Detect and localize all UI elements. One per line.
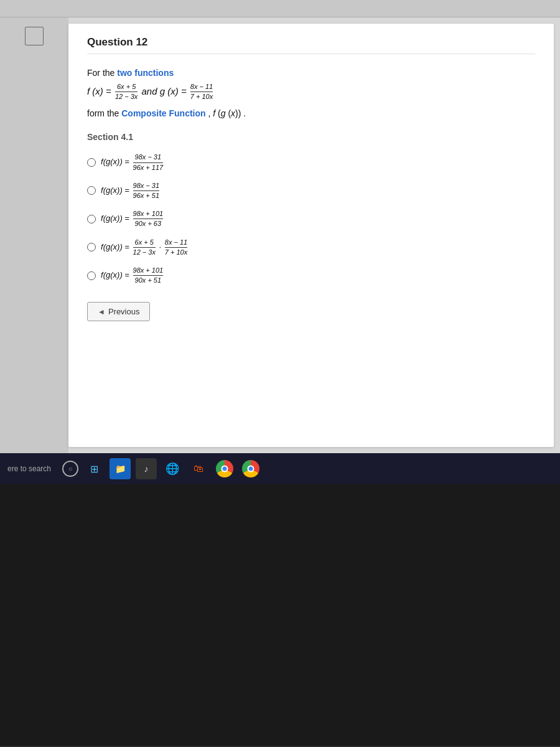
- file-icon-glyph: 📁: [115, 464, 126, 474]
- option-2-text: f(g(x)) = 98x − 31 96x + 51: [101, 182, 161, 200]
- opt1-den: 96x + 117: [133, 163, 164, 172]
- taskbar: ere to search ○ ⊞ 📁 ♪ 🌐 🛍: [0, 453, 560, 484]
- opt5-num: 98x + 101: [133, 266, 164, 276]
- composite-function-highlight: Composite Function: [121, 108, 205, 118]
- previous-button-label: Previous: [108, 307, 140, 316]
- and-label: and: [142, 86, 160, 96]
- g-of-x-label: g (x) =: [160, 86, 189, 96]
- opt4b-num: 8x − 11: [165, 238, 187, 248]
- option-1-radio[interactable]: [87, 158, 96, 167]
- sidebar-icon-1: [25, 27, 44, 45]
- function-display: f (x) = 6x + 5 12 − 3x and g (x) = 8x − …: [87, 83, 535, 101]
- f-numerator: 6x + 5: [115, 83, 138, 92]
- opt5-den: 90x + 51: [135, 276, 162, 284]
- g-fraction: 8x − 11 7 + 10x: [190, 83, 213, 101]
- option-5-row[interactable]: f(g(x)) = 98x + 101 90x + 51: [87, 266, 535, 284]
- option-2-radio[interactable]: [87, 186, 96, 195]
- option-3-text: f(g(x)) = 98x + 101 90x + 63: [101, 210, 164, 228]
- store-icon[interactable]: 🛍: [188, 458, 209, 479]
- previous-button[interactable]: ◄ Previous: [87, 302, 150, 321]
- opt4b-den: 7 + 10x: [165, 248, 187, 256]
- os-top-bar: [0, 0, 560, 17]
- option-4-radio[interactable]: [87, 243, 96, 251]
- file-explorer-icon[interactable]: 📁: [110, 458, 131, 479]
- g-numerator: 8x − 11: [190, 83, 213, 92]
- edge-icon[interactable]: 🌐: [162, 458, 183, 479]
- store-glyph: 🛍: [194, 463, 203, 474]
- chrome-icon[interactable]: [214, 458, 235, 479]
- opt3-den: 90x + 63: [135, 219, 162, 228]
- search-area-text: ere to search: [7, 464, 51, 473]
- search-circle-label: ○: [68, 465, 73, 472]
- chrome-inner-circle: [222, 466, 228, 472]
- answer-options: f(g(x)) = 98x − 31 96x + 117 f(g(x)) = 9…: [87, 153, 535, 284]
- main-content-area: Question 12 For the two functions f (x) …: [0, 17, 560, 453]
- opt4a-den: 12 − 3x: [133, 248, 156, 256]
- previous-arrow-icon: ◄: [98, 308, 105, 316]
- form-the-label: form the: [87, 108, 121, 118]
- option-4-row[interactable]: f(g(x)) = 6x + 5 12 − 3x · 8x − 11 7 + 1…: [87, 238, 535, 256]
- option-1-row[interactable]: f(g(x)) = 98x − 31 96x + 117: [87, 153, 535, 171]
- prompt-text: For the two functions: [87, 68, 535, 78]
- opt2-den: 96x + 51: [133, 191, 160, 200]
- g-denominator: 7 + 10x: [190, 92, 213, 101]
- music-glyph: ♪: [144, 464, 149, 474]
- composite-expr: f (g (x)) .: [213, 108, 246, 118]
- section-label: Section 4.1: [87, 132, 535, 142]
- edge-glyph: 🌐: [166, 462, 179, 476]
- opt1-num: 98x − 31: [133, 153, 164, 162]
- chrome-2-inner: [248, 466, 254, 472]
- opt2-num: 98x − 31: [133, 182, 160, 191]
- opt4a-num: 6x + 5: [133, 238, 156, 248]
- option-3-radio[interactable]: [87, 215, 96, 223]
- question-card: Question 12 For the two functions f (x) …: [68, 24, 554, 447]
- f-fraction: 6x + 5 12 − 3x: [115, 83, 138, 101]
- option-2-row[interactable]: f(g(x)) = 98x − 31 96x + 51: [87, 182, 535, 200]
- question-title: Question 12: [87, 36, 535, 54]
- music-icon[interactable]: ♪: [136, 458, 157, 479]
- option-1-text: f(g(x)) = 98x − 31 96x + 117: [101, 153, 164, 171]
- chrome-2-circle: [242, 460, 259, 477]
- option-4-text: f(g(x)) = 6x + 5 12 − 3x · 8x − 11 7 + 1…: [101, 238, 189, 256]
- chrome-circle: [216, 460, 233, 477]
- f-denominator: 12 − 3x: [115, 92, 138, 101]
- prompt-label: For the: [87, 68, 117, 78]
- chrome-icon-2[interactable]: [240, 458, 261, 479]
- option-5-text: f(g(x)) = 98x + 101 90x + 51: [101, 266, 164, 284]
- option-3-row[interactable]: f(g(x)) = 98x + 101 90x + 63: [87, 210, 535, 228]
- windows-search-icon[interactable]: ○: [62, 461, 78, 477]
- dark-bottom-area: [0, 484, 560, 746]
- f-of-x-label: f (x) =: [87, 86, 114, 96]
- opt3-num: 98x + 101: [133, 210, 164, 219]
- left-sidebar: [0, 17, 68, 453]
- windows-logo: ⊞: [90, 463, 98, 475]
- composite-instruction: form the Composite Function , f (g (x)) …: [87, 108, 535, 118]
- option-5-radio[interactable]: [87, 271, 96, 280]
- windows-icon[interactable]: ⊞: [83, 458, 105, 479]
- highlight-two-functions: two functions: [117, 68, 174, 78]
